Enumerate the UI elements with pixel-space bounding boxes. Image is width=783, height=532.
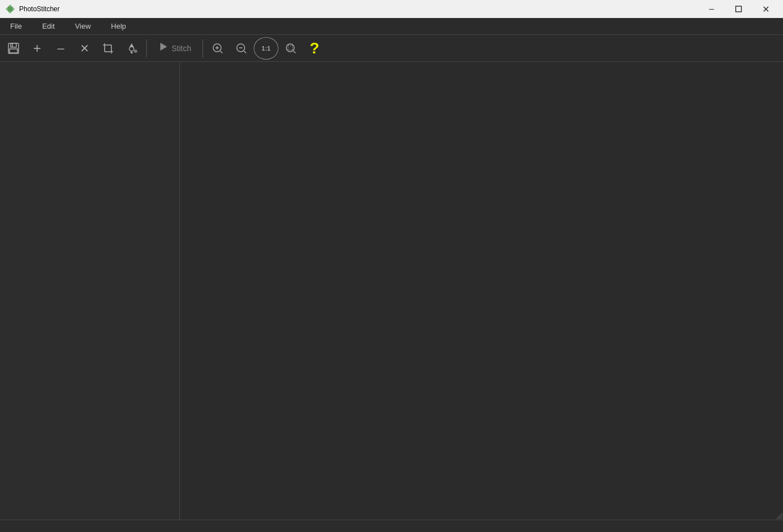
left-panel	[0, 62, 180, 520]
add-button[interactable]: +	[26, 37, 48, 60]
resize-handle[interactable]	[774, 511, 783, 520]
svg-rect-5	[11, 43, 16, 47]
svg-line-28	[781, 518, 782, 519]
help-button[interactable]: ?	[303, 37, 326, 60]
zoom-fit-button[interactable]	[280, 37, 302, 60]
delete-button[interactable]: ✕	[73, 37, 96, 60]
svg-point-23	[286, 44, 294, 52]
title-bar-controls: – ✕	[699, 0, 778, 18]
app-title: PhotoStitcher	[19, 5, 60, 13]
svg-rect-6	[10, 49, 17, 53]
menu-help[interactable]: Help	[101, 18, 136, 34]
menu-bar: File Edit View Help	[0, 18, 783, 35]
svg-point-14	[134, 49, 137, 53]
save-button[interactable]	[2, 37, 25, 60]
zoom-out-button[interactable]	[230, 37, 253, 60]
svg-point-13	[129, 47, 134, 51]
status-bar	[0, 520, 783, 532]
svg-line-19	[220, 51, 223, 53]
minimize-button[interactable]: –	[699, 0, 724, 18]
remove-button[interactable]: –	[50, 37, 72, 60]
maximize-button[interactable]	[726, 0, 752, 18]
menu-view[interactable]: View	[65, 18, 101, 34]
fill-button[interactable]	[120, 37, 143, 60]
svg-line-25	[294, 51, 296, 53]
zoom-100-button[interactable]: 1:1	[254, 37, 278, 60]
crop-button[interactable]	[97, 37, 119, 60]
toolbar-separator-2	[202, 39, 203, 57]
stitch-label: Stitch	[172, 44, 191, 53]
main-content	[0, 62, 783, 520]
menu-file[interactable]: File	[0, 18, 32, 34]
title-bar-left: PhotoStitcher	[4, 3, 60, 15]
svg-rect-3	[736, 6, 741, 12]
app-icon	[4, 3, 16, 15]
svg-marker-15	[160, 43, 167, 51]
svg-marker-2	[8, 7, 12, 11]
svg-line-22	[244, 51, 246, 53]
svg-rect-12	[105, 45, 111, 52]
menu-edit[interactable]: Edit	[32, 18, 65, 34]
toolbar-separator-1	[146, 39, 147, 57]
play-icon	[158, 42, 168, 55]
svg-rect-24	[288, 46, 292, 50]
canvas-area	[180, 62, 783, 520]
stitch-button[interactable]: Stitch	[150, 39, 199, 57]
title-bar: PhotoStitcher – ✕	[0, 0, 783, 18]
close-button[interactable]: ✕	[753, 0, 778, 18]
zoom-in-button[interactable]	[206, 37, 229, 60]
toolbar: + – ✕ Stitch	[0, 35, 783, 62]
